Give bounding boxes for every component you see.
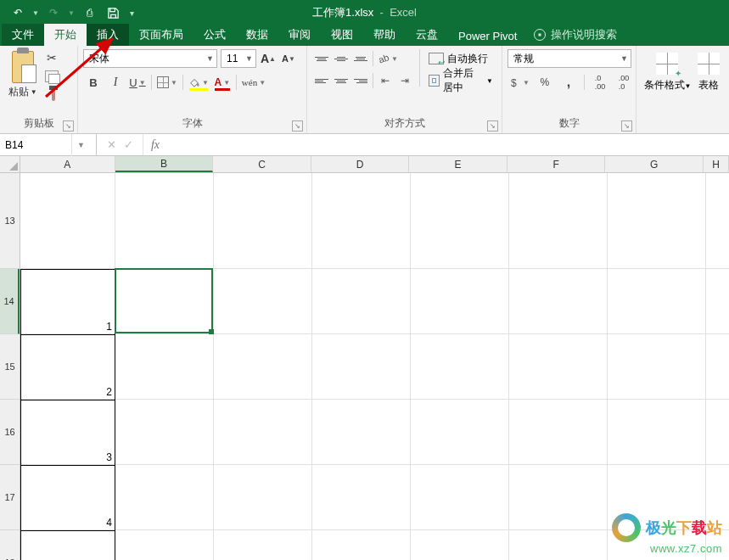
redo-button[interactable]: ↷ xyxy=(42,2,64,24)
merge-icon xyxy=(429,75,440,87)
tell-me-search[interactable]: 操作说明搜索 xyxy=(527,27,624,46)
font-dialog-launcher[interactable]: ↘ xyxy=(292,120,303,132)
formula-bar-row: ▼ ✕ ✓ fx xyxy=(0,134,729,156)
number-format-combo[interactable]: 常规▼ xyxy=(507,49,631,68)
underline-button[interactable]: U▼ xyxy=(127,73,148,92)
tab-view[interactable]: 视图 xyxy=(321,24,363,46)
ribbon: 粘贴▼ 剪贴板 ↘ 宋体▼ 11▼ xyxy=(0,46,729,134)
name-box[interactable]: ▼ xyxy=(0,134,97,155)
tab-review[interactable]: 审阅 xyxy=(278,24,321,46)
fx-label[interactable]: fx xyxy=(143,134,167,155)
svg-text:ab: ab xyxy=(378,53,390,64)
cond-format-icon: ✦ xyxy=(654,51,680,76)
align-left[interactable] xyxy=(312,71,331,90)
column-header[interactable]: E xyxy=(409,156,507,172)
paste-button[interactable]: 粘贴▼ xyxy=(5,49,40,99)
tab-data[interactable]: 数据 xyxy=(236,24,278,46)
column-header[interactable]: D xyxy=(311,156,410,172)
tab-cloud[interactable]: 云盘 xyxy=(406,24,448,46)
cell[interactable]: 4 xyxy=(20,465,115,530)
phonetic-button[interactable]: wén▼ xyxy=(240,73,267,92)
format-painter-button[interactable] xyxy=(43,88,60,102)
font-size-combo[interactable]: 11▼ xyxy=(221,49,256,68)
formula-enter[interactable]: ✓ xyxy=(121,138,136,151)
select-all-corner[interactable] xyxy=(0,156,20,173)
row-header[interactable]: 14 xyxy=(0,269,20,334)
undo-dropdown[interactable]: ▼ xyxy=(31,2,41,24)
row-header[interactable]: 13 xyxy=(0,173,20,269)
svg-text:$: $ xyxy=(511,77,517,88)
cell[interactable]: 2 xyxy=(20,334,115,400)
redo-dropdown[interactable]: ▼ xyxy=(66,2,76,24)
column-header[interactable]: H xyxy=(704,156,729,172)
column-header[interactable]: A xyxy=(20,156,115,172)
decrease-indent[interactable]: ⇤ xyxy=(376,71,395,90)
column-header[interactable]: C xyxy=(213,156,311,172)
align-top[interactable] xyxy=(312,49,331,68)
tab-help[interactable]: 帮助 xyxy=(363,24,406,46)
font-color-button[interactable]: A▼ xyxy=(212,73,233,92)
alignment-dialog-launcher[interactable]: ↘ xyxy=(487,120,498,132)
increase-font-size[interactable]: A▲ xyxy=(260,49,277,68)
name-box-dropdown[interactable]: ▼ xyxy=(71,134,90,156)
align-middle[interactable] xyxy=(332,49,350,68)
print-preview-button[interactable]: ⎙ xyxy=(78,2,100,24)
tab-home[interactable]: 开始 xyxy=(44,24,87,46)
font-size-value: 11 xyxy=(227,53,238,64)
tab-file[interactable]: 文件 xyxy=(2,24,44,46)
format-as-table-button[interactable]: 表格 xyxy=(696,49,721,92)
percent-format[interactable]: % xyxy=(535,73,555,92)
fill-color-button[interactable]: ▼ xyxy=(187,73,210,92)
italic-button[interactable]: I xyxy=(105,73,126,92)
save-button[interactable] xyxy=(102,2,124,24)
row-headers[interactable]: 131415161718 xyxy=(0,173,20,560)
row-header[interactable]: 15 xyxy=(0,334,20,400)
group-font: 宋体▼ 11▼ A▲ A▼ B I U▼ ▼ xyxy=(78,46,307,133)
accounting-format[interactable]: $▼ xyxy=(507,73,531,92)
active-cell-indicator xyxy=(115,268,213,333)
cells-area[interactable]: 1234 xyxy=(20,173,729,560)
number-dialog-launcher[interactable]: ↘ xyxy=(621,120,632,132)
worksheet-grid[interactable]: ABCDEFGH 131415161718 1234 xyxy=(0,156,729,560)
column-headers[interactable]: ABCDEFGH xyxy=(20,156,729,173)
qat-customize[interactable]: ▾ xyxy=(126,2,137,24)
row-header[interactable]: 18 xyxy=(0,530,20,560)
borders-button[interactable]: ▼ xyxy=(155,73,179,92)
comma-format[interactable]: , xyxy=(558,73,579,92)
align-right[interactable] xyxy=(351,71,370,90)
cut-button[interactable] xyxy=(43,51,60,64)
column-header[interactable]: G xyxy=(605,156,704,172)
copy-button[interactable] xyxy=(43,70,60,83)
bold-button[interactable]: B xyxy=(83,73,104,92)
conditional-formatting-button[interactable]: ✦ 条件格式▼ xyxy=(644,49,692,92)
align-bottom[interactable] xyxy=(351,49,370,68)
align-center[interactable] xyxy=(332,71,350,90)
formula-input[interactable] xyxy=(167,134,729,155)
group-label-font: 字体 xyxy=(83,115,301,133)
orientation-button[interactable]: ab▼ xyxy=(376,49,400,68)
wrap-text-button[interactable]: 自动换行 xyxy=(425,49,496,68)
cell[interactable]: 3 xyxy=(20,400,115,465)
column-header[interactable]: F xyxy=(507,156,606,172)
tab-page-layout[interactable]: 页面布局 xyxy=(129,24,193,46)
decrease-font-size[interactable]: A▼ xyxy=(280,49,297,68)
decrease-decimal[interactable]: .00.0 xyxy=(614,73,634,92)
row-header[interactable]: 17 xyxy=(0,465,20,530)
tell-me-label: 操作说明搜索 xyxy=(551,27,617,42)
increase-indent[interactable]: ⇥ xyxy=(395,71,414,90)
cell[interactable]: 1 xyxy=(20,269,115,334)
tab-insert[interactable]: 插入 xyxy=(87,24,129,46)
row-header[interactable]: 16 xyxy=(0,400,20,465)
column-header[interactable]: B xyxy=(115,156,214,172)
clipboard-dialog-launcher[interactable]: ↘ xyxy=(63,120,74,132)
increase-decimal[interactable]: .0.00 xyxy=(590,73,610,92)
tab-power-pivot[interactable]: Power Pivot xyxy=(448,26,527,46)
tab-formulas[interactable]: 公式 xyxy=(193,24,236,46)
undo-button[interactable]: ↶ xyxy=(7,2,29,24)
name-box-input[interactable] xyxy=(0,134,71,155)
merge-center-button[interactable]: 合并后居中 ▼ xyxy=(425,71,496,90)
formula-cancel[interactable]: ✕ xyxy=(104,138,119,151)
font-name-combo[interactable]: 宋体▼ xyxy=(83,49,217,68)
title-filename: 工作簿1.xlsx xyxy=(312,6,373,19)
group-clipboard: 粘贴▼ 剪贴板 ↘ xyxy=(0,46,78,133)
